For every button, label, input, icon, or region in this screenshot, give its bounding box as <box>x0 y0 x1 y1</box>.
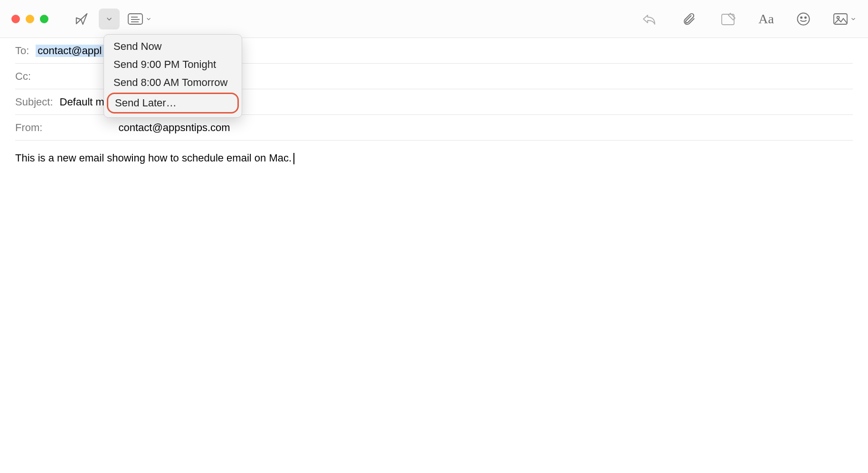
emoji-button[interactable] <box>793 9 814 29</box>
header-fields-button[interactable] <box>126 9 153 29</box>
menu-item-send-tomorrow[interactable]: Send 8:00 AM Tomorrow <box>104 74 242 92</box>
photo-icon <box>833 13 848 25</box>
attach-button[interactable] <box>679 9 699 29</box>
window-controls <box>11 15 48 23</box>
svg-point-7 <box>805 17 806 18</box>
markup-button[interactable] <box>718 9 739 29</box>
svg-point-5 <box>798 13 810 25</box>
message-body[interactable]: This is a new email showing how to sched… <box>0 141 868 176</box>
toolbar-right-group: Aa <box>639 0 857 38</box>
reply-icon <box>642 12 657 26</box>
paperclip-icon <box>682 11 696 27</box>
from-address: contact@appsntips.com <box>118 122 230 134</box>
send-options-dropdown-button[interactable] <box>99 9 120 29</box>
from-field-row[interactable]: From: contact@appsntips.com <box>15 115 853 141</box>
text-cursor <box>293 153 294 164</box>
svg-rect-0 <box>128 14 142 24</box>
send-button[interactable] <box>71 9 92 29</box>
to-recipient-token[interactable]: contact@appl <box>36 45 104 57</box>
from-name-redacted <box>49 121 115 135</box>
menu-item-send-tonight[interactable]: Send 9:00 PM Tonight <box>104 56 242 74</box>
minimize-window-button[interactable] <box>26 15 34 23</box>
photo-browser-button[interactable] <box>833 9 857 29</box>
zoom-window-button[interactable] <box>40 15 48 23</box>
reply-button[interactable] <box>639 9 660 29</box>
chevron-down-icon <box>850 16 857 22</box>
menu-item-send-later[interactable]: Send Later… <box>107 93 239 114</box>
emoji-icon <box>796 12 811 26</box>
cc-label: Cc: <box>15 70 31 83</box>
compose-window: Aa <box>0 0 868 473</box>
close-window-button[interactable] <box>11 15 20 23</box>
toolbar: Aa <box>0 0 868 38</box>
chevron-down-icon <box>145 16 152 22</box>
svg-point-9 <box>837 17 840 19</box>
svg-point-6 <box>801 17 802 18</box>
subject-value: Default m <box>60 96 104 108</box>
format-icon: Aa <box>758 11 774 27</box>
send-icon <box>75 12 89 26</box>
send-options-menu: Send Now Send 9:00 PM Tonight Send 8:00 … <box>104 34 242 118</box>
header-fields-icon <box>127 13 143 25</box>
toolbar-left-group <box>71 9 153 29</box>
body-text: This is a new email showing how to sched… <box>15 152 292 164</box>
subject-label: Subject: <box>15 96 53 108</box>
to-label: To: <box>15 45 29 57</box>
chevron-down-icon <box>105 15 113 23</box>
format-button[interactable]: Aa <box>758 9 774 29</box>
from-label: From: <box>15 122 42 134</box>
markup-icon <box>721 12 737 26</box>
menu-item-send-now[interactable]: Send Now <box>104 38 242 56</box>
